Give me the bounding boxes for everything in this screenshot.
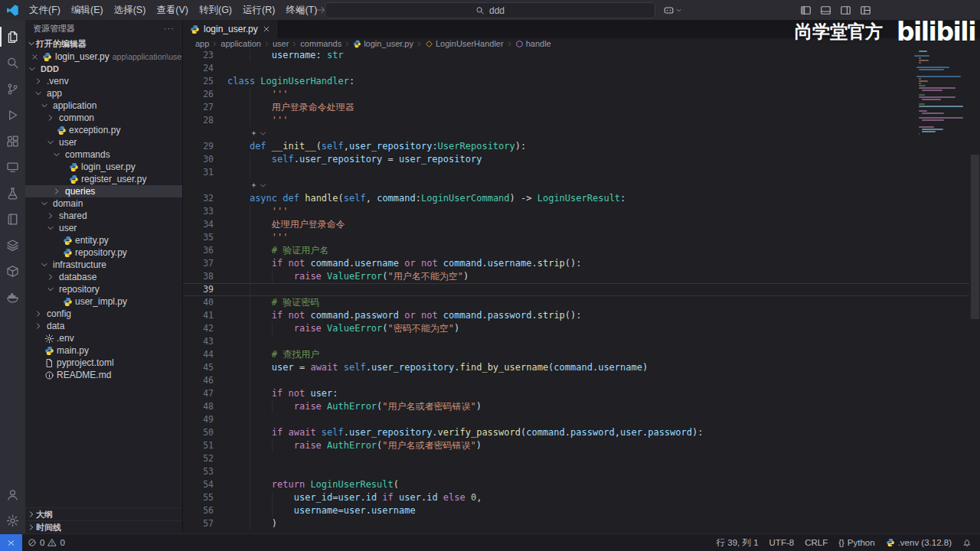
code-line-25[interactable]: 25class LoginUserHandler:	[183, 75, 980, 88]
code-line-24[interactable]: 24	[183, 62, 980, 75]
tree-item-pyproject.toml[interactable]: pyproject.toml	[25, 357, 182, 369]
code-line-50[interactable]: 50 if await self.user_repository.verify_…	[183, 426, 980, 439]
activitybar-docs[interactable]	[0, 206, 25, 232]
remote-indicator[interactable]	[0, 534, 22, 551]
breadcrumb-application[interactable]: application	[220, 39, 261, 48]
activitybar-docker[interactable]	[0, 284, 25, 310]
code-line-31[interactable]: 31	[183, 166, 980, 179]
activitybar-testing[interactable]	[0, 180, 25, 206]
encoding-indicator[interactable]: UTF-8	[764, 534, 800, 551]
back-button[interactable]	[296, 5, 306, 15]
toggle-sidebar-button[interactable]	[800, 5, 812, 16]
explorer-more-actions[interactable]: ···	[164, 24, 175, 33]
code-line-51[interactable]: 51 raise AuthError("用户名或者密码错误")	[183, 439, 980, 452]
code-line-46[interactable]: 46	[183, 374, 980, 387]
tree-item-data[interactable]: data	[25, 320, 182, 332]
notifications[interactable]	[957, 534, 977, 551]
code-line-42[interactable]: 42 raise ValueError("密码不能为空")	[183, 322, 980, 335]
tree-item-config[interactable]: config	[25, 308, 182, 320]
code-line-36[interactable]: 36 # 验证用户名	[183, 244, 980, 257]
tree-item-common[interactable]: common	[25, 112, 182, 124]
ai-codelens-control[interactable]	[250, 181, 267, 190]
code-line-23[interactable]: 23 username: str	[183, 49, 980, 62]
tree-item-app[interactable]: app	[25, 87, 182, 99]
breadcrumb-user[interactable]: user	[273, 39, 289, 48]
code-line-39[interactable]: 39	[183, 283, 980, 296]
python-interpreter[interactable]: .venv (3.12.8)	[880, 534, 957, 551]
tree-item-user[interactable]: user	[25, 136, 182, 148]
code-line-30[interactable]: 30 self.user_repository = user_repositor…	[183, 153, 980, 166]
activitybar-package[interactable]	[0, 258, 25, 284]
open-editors-header[interactable]: 打开的编辑器	[25, 37, 182, 51]
menu-item-4[interactable]: 转到(G)	[194, 0, 237, 20]
tree-item-queries[interactable]: queries	[25, 185, 182, 197]
code-line-47[interactable]: 47 if not user:	[183, 387, 980, 400]
tree-item-database[interactable]: database	[25, 271, 182, 283]
vertical-scrollbar[interactable]	[971, 155, 979, 319]
tree-item-repository.py[interactable]: repository.py	[25, 246, 182, 259]
tree-item-register_user.py[interactable]: register_user.py	[25, 173, 182, 185]
ai-codelens-control[interactable]	[250, 129, 267, 138]
code-line-57[interactable]: 57 )	[183, 517, 980, 530]
activitybar-settings[interactable]	[0, 507, 25, 533]
tree-item-commands[interactable]: commands	[25, 148, 182, 161]
code-line-53[interactable]: 53	[183, 465, 980, 478]
breadcrumb-LoginUserHandler[interactable]: LoginUserHandler	[425, 39, 504, 48]
eol-indicator[interactable]: CRLF	[799, 534, 833, 551]
tree-item-shared[interactable]: shared	[25, 210, 182, 222]
problems-status[interactable]: 0 0	[22, 534, 70, 551]
tree-item-repository[interactable]: repository	[25, 283, 182, 295]
tree-item-.venv[interactable]: .venv	[25, 75, 182, 87]
tree-item-login_user.py[interactable]: login_user.py	[25, 161, 182, 173]
minimap[interactable]	[914, 51, 969, 135]
ai-assistant-control[interactable]	[663, 0, 682, 20]
close-tab-button[interactable]	[262, 24, 271, 34]
code-line-45[interactable]: 45 user = await self.user_repository.fin…	[183, 361, 980, 374]
tree-item-DDD[interactable]: DDD	[25, 63, 182, 75]
cursor-position[interactable]: 行 39, 列 1	[711, 534, 764, 551]
tree-item-user_impl.py[interactable]: user_impl.py	[25, 295, 182, 308]
breadcrumb-commands[interactable]: commands	[300, 39, 341, 48]
menu-item-2[interactable]: 选择(S)	[109, 0, 152, 20]
code-line-32[interactable]: 32 async def handle(self, command:LoginU…	[183, 192, 980, 205]
toggle-secondary-sidebar-button[interactable]	[840, 5, 851, 16]
command-center-search[interactable]: ddd	[325, 2, 655, 18]
activitybar-run-debug[interactable]	[0, 102, 25, 128]
tree-item-main.py[interactable]: main.py	[25, 344, 182, 357]
code-line-48[interactable]: 48 raise AuthError("用户名或者密码错误")	[183, 400, 980, 413]
code-line-34[interactable]: 34 处理用户登录命令	[183, 218, 980, 231]
code-line-40[interactable]: 40 # 验证密码	[183, 296, 980, 309]
activitybar-extensions[interactable]	[0, 128, 25, 154]
breadcrumb-app[interactable]: app	[195, 39, 209, 48]
tree-item-README.md[interactable]: README.md	[25, 369, 182, 381]
toggle-panel-button[interactable]	[820, 5, 831, 16]
menu-item-5[interactable]: 运行(R)	[237, 0, 280, 20]
activitybar-layers[interactable]	[0, 232, 25, 258]
breadcrumb-login_user.py[interactable]: login_user.py	[353, 39, 413, 48]
tree-item-entity.py[interactable]: entity.py	[25, 234, 182, 246]
tree-item-application[interactable]: application	[25, 99, 182, 112]
code-line-28[interactable]: 28 '''	[183, 114, 980, 127]
tree-item-user[interactable]: user	[25, 222, 182, 234]
language-indicator[interactable]: {} Python	[833, 534, 880, 551]
outline-section-header[interactable]: 大纲	[25, 507, 182, 520]
menu-item-0[interactable]: 文件(F)	[24, 0, 66, 20]
code-line-37[interactable]: 37 if not command.username or not comman…	[183, 257, 980, 270]
code-line-43[interactable]: 43	[183, 335, 980, 348]
tree-item-exception.py[interactable]: exception.py	[25, 124, 182, 136]
menu-item-3[interactable]: 查看(V)	[151, 0, 194, 20]
activitybar-remote-explorer[interactable]	[0, 154, 25, 180]
code-line-38[interactable]: 38 raise ValueError("用户名不能为空")	[183, 270, 980, 283]
tree-item-.env[interactable]: .env	[25, 332, 182, 344]
activitybar-search[interactable]	[0, 50, 25, 76]
code-line-27[interactable]: 27 用户登录命令处理器	[183, 101, 980, 114]
timeline-section-header[interactable]: 时间线	[25, 520, 182, 533]
code-line-41[interactable]: 41 if not command.password or not comman…	[183, 309, 980, 322]
close-icon[interactable]	[31, 53, 39, 61]
code-line-29[interactable]: 29 def __init__(self,user_repository:Use…	[183, 140, 980, 153]
code-line-56[interactable]: 56 username=user.username	[183, 504, 980, 517]
code-line-33[interactable]: 33 '''	[183, 205, 980, 218]
code-line-55[interactable]: 55 user_id=user.id if user.id else 0,	[183, 491, 980, 504]
tab-login-user-py[interactable]: login_user.py	[183, 20, 279, 38]
tree-item-domain[interactable]: domain	[25, 197, 182, 210]
